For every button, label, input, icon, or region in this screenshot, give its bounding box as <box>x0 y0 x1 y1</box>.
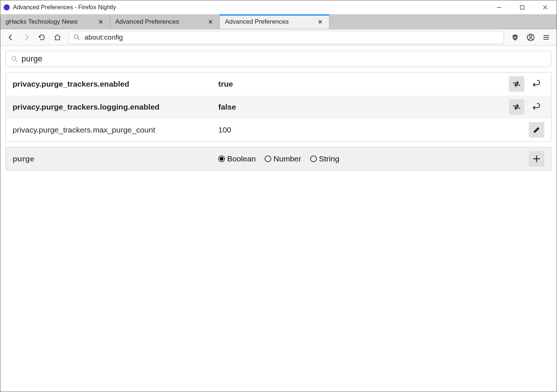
type-options: Boolean Number String <box>218 154 529 163</box>
shield-icon[interactable]: IO <box>508 31 522 44</box>
pref-table: privacy.purge_trackers.enabled true priv… <box>6 72 551 142</box>
add-pref-row: purge Boolean Number String <box>6 147 551 171</box>
search-icon <box>11 56 18 62</box>
type-number[interactable]: Number <box>265 154 301 163</box>
svg-point-15 <box>530 35 532 37</box>
pref-row[interactable]: privacy.purge_trackers.logging.enabled f… <box>6 96 551 118</box>
tab-advanced-preferences-2[interactable]: Advanced Preferences <box>220 14 329 29</box>
menu-button[interactable] <box>540 31 553 44</box>
pref-name: privacy.purge_trackers.max_purge_count <box>13 125 218 134</box>
nav-toolbar: about:config IO <box>0 29 557 46</box>
window-titlebar: Advanced Preferences - Firefox Nightly <box>0 0 557 14</box>
reload-button[interactable] <box>35 31 49 44</box>
svg-point-0 <box>4 4 10 10</box>
pref-row[interactable]: privacy.purge_trackers.max_purge_count 1… <box>6 118 551 141</box>
url-text: about:config <box>84 33 123 41</box>
type-label: String <box>319 154 339 163</box>
radio-icon <box>310 155 317 162</box>
pref-actions <box>509 76 544 92</box>
tab-close-icon[interactable] <box>316 18 324 26</box>
pref-name: privacy.purge_trackers.logging.enabled <box>13 103 218 111</box>
tab-advanced-preferences-1[interactable]: Advanced Preferences <box>110 14 220 29</box>
forward-button[interactable] <box>20 31 33 44</box>
back-button[interactable] <box>4 31 17 44</box>
config-content: privacy.purge_trackers.enabled true priv… <box>0 46 557 176</box>
tab-label: Advanced Preferences <box>225 18 316 26</box>
pref-name: privacy.purge_trackers.enabled <box>13 80 218 88</box>
pref-value: true <box>218 80 509 88</box>
radio-icon <box>265 155 271 162</box>
pref-search-input[interactable] <box>21 54 546 64</box>
add-actions <box>529 151 544 167</box>
maximize-button[interactable] <box>511 0 534 14</box>
firefox-nightly-icon <box>3 4 10 11</box>
svg-line-12 <box>77 38 79 40</box>
toggle-button[interactable] <box>509 76 524 92</box>
tab-label: Advanced Preferences <box>115 18 207 26</box>
minimize-button[interactable] <box>488 0 511 14</box>
type-string[interactable]: String <box>310 154 339 163</box>
tab-close-icon[interactable] <box>207 18 214 26</box>
tab-close-icon[interactable] <box>97 18 105 26</box>
tab-ghacks[interactable]: gHacks Technology News <box>0 14 110 29</box>
type-label: Number <box>273 154 301 163</box>
svg-text:IO: IO <box>514 36 516 38</box>
pref-actions <box>529 122 544 138</box>
type-boolean[interactable]: Boolean <box>218 154 256 163</box>
pref-search-box[interactable] <box>6 51 551 67</box>
home-button[interactable] <box>51 31 64 44</box>
radio-icon <box>218 155 225 162</box>
pref-value: 100 <box>218 125 529 134</box>
search-icon <box>73 34 81 41</box>
toggle-button[interactable] <box>509 99 524 115</box>
reset-button[interactable] <box>529 99 544 115</box>
new-pref-name: purge <box>13 154 218 163</box>
window-title: Advanced Preferences - Firefox Nightly <box>13 4 488 11</box>
pref-row[interactable]: privacy.purge_trackers.enabled true <box>6 73 551 96</box>
svg-rect-2 <box>520 6 524 9</box>
add-button[interactable] <box>529 151 544 167</box>
close-button[interactable] <box>534 0 557 14</box>
tabstrip: gHacks Technology News Advanced Preferen… <box>0 14 557 29</box>
window-controls <box>488 0 557 14</box>
reset-button[interactable] <box>529 76 544 92</box>
svg-line-20 <box>15 60 17 61</box>
type-label: Boolean <box>227 154 256 163</box>
edit-button[interactable] <box>529 122 544 138</box>
pref-actions <box>509 99 544 115</box>
account-icon[interactable] <box>524 31 537 44</box>
url-bar[interactable]: about:config <box>69 31 504 44</box>
pref-value: false <box>218 103 509 111</box>
tab-label: gHacks Technology News <box>6 18 97 26</box>
